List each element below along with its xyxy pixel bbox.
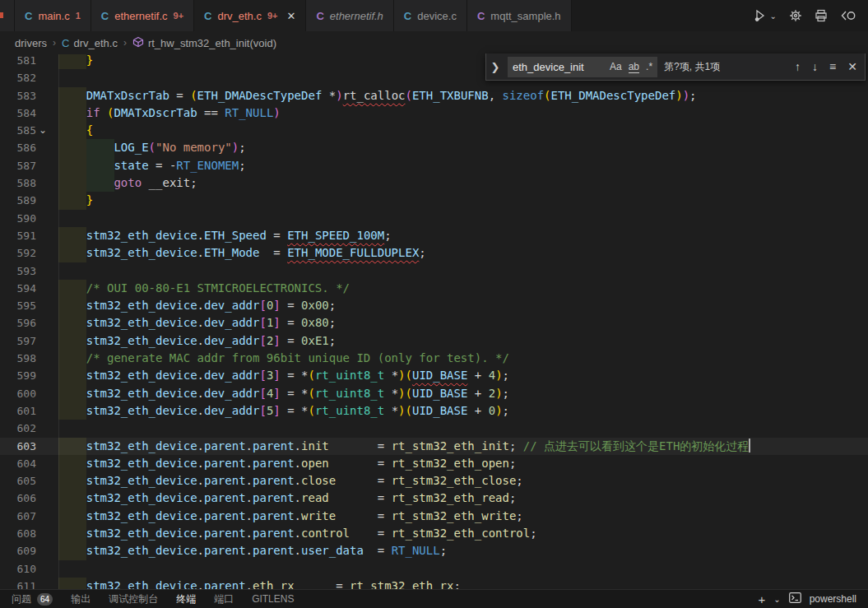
run-or-debug-button[interactable]: ⌄ [754, 9, 777, 22]
whole-word-icon[interactable]: ab [629, 61, 639, 73]
line-number[interactable]: 588 [0, 174, 36, 192]
code-line-610[interactable]: 610 [0, 560, 868, 578]
line-number[interactable]: 587 [0, 157, 36, 174]
line-number[interactable]: 603 [0, 438, 36, 455]
line-number[interactable]: 582 [0, 69, 36, 86]
line-number[interactable]: 608 [0, 525, 36, 542]
line-number[interactable]: 585 [0, 122, 36, 139]
code-line-608[interactable]: 608 stm32_eth_device.parent.parent.contr… [0, 525, 868, 542]
code-line-597[interactable]: 597 stm32_eth_device.dev_addr[2] = 0xE1; [0, 332, 868, 350]
code-token: ) [398, 387, 405, 400]
line-number[interactable]: 597 [0, 332, 36, 350]
line-number[interactable]: 590 [0, 210, 36, 227]
code-line-609[interactable]: 609 stm32_eth_device.parent.parent.user_… [0, 542, 868, 559]
line-number[interactable]: 598 [0, 350, 36, 367]
code-line-606[interactable]: 606 stm32_eth_device.parent.parent.read … [0, 490, 868, 507]
line-number[interactable]: 584 [0, 104, 36, 122]
panel-tab-端口[interactable]: 端口 [214, 592, 234, 606]
code-token: = * [281, 369, 309, 382]
terminal-dropdown-icon[interactable]: ⌄ [773, 595, 780, 604]
line-number[interactable]: 611 [0, 578, 36, 589]
fold-chevron-icon[interactable]: ⌄ [39, 122, 47, 139]
code-line-585[interactable]: 585⌄ { [0, 122, 868, 139]
code-line-607[interactable]: 607 stm32_eth_device.parent.parent.write… [0, 508, 868, 525]
find-in-selection-icon[interactable]: ≡ [827, 60, 838, 73]
code-line-591[interactable]: 591 stm32_eth_device.ETH_Speed = ETH_SPE… [0, 227, 868, 244]
line-number[interactable]: 581 [0, 54, 36, 69]
code-token: } [86, 193, 93, 207]
line-number[interactable]: 600 [0, 385, 36, 402]
code-line-600[interactable]: 600 stm32_eth_device.dev_addr[4] = *(rt_… [0, 385, 868, 402]
line-number[interactable]: 601 [0, 402, 36, 420]
breadcrumb-symbol[interactable]: rt_hw_stm32_eth_init(void) [132, 36, 276, 50]
line-number[interactable]: 599 [0, 367, 36, 384]
partial-tab-sliver[interactable] [0, 0, 15, 31]
line-number[interactable]: 596 [0, 314, 36, 332]
line-number[interactable]: 593 [0, 262, 36, 280]
code-line-605[interactable]: 605 stm32_eth_device.parent.parent.close… [0, 472, 868, 490]
panel-tab-输出[interactable]: 输出 [71, 592, 91, 606]
tab-drv_eth.c[interactable]: Cdrv_eth.c9+✕ [194, 0, 306, 31]
panel-tab-问题[interactable]: 问题64 [12, 592, 53, 606]
line-number[interactable]: 609 [0, 542, 36, 559]
code-line-598[interactable]: 598 /* generate MAC addr from 96bit uniq… [0, 350, 868, 367]
tab-mqtt_sample.h[interactable]: Cmqtt_sample.h [467, 0, 572, 31]
breadcrumb-file[interactable]: C drv_eth.c [62, 37, 118, 49]
panel-tab-调试控制台[interactable]: 调试控制台 [109, 592, 158, 606]
code-token: ) [495, 387, 502, 400]
panel-tab-GITLENS[interactable]: GITLENS [252, 593, 294, 605]
line-number[interactable]: 594 [0, 280, 36, 297]
code-line-611[interactable]: 611 stm32_eth_device.parent.eth_rx = rt_… [0, 578, 868, 589]
line-number[interactable]: 607 [0, 508, 36, 525]
line-number[interactable]: 586 [0, 139, 36, 156]
line-number[interactable]: 595 [0, 297, 36, 314]
regex-icon[interactable]: .* [646, 61, 652, 72]
code-line-589[interactable]: 589 } [0, 192, 868, 209]
tab-device.c[interactable]: Cdevice.c [394, 0, 467, 31]
breadcrumb-folder[interactable]: drivers [15, 37, 47, 49]
settings-gear-icon[interactable] [789, 9, 802, 22]
terminal-shell-label[interactable]: powershell [810, 593, 856, 605]
open-changes-icon[interactable] [840, 9, 856, 22]
line-number[interactable]: 605 [0, 472, 36, 490]
tab-main.c[interactable]: Cmain.c1 [15, 0, 91, 31]
code-line-588[interactable]: 588 goto __exit; [0, 174, 868, 192]
close-icon[interactable]: ✕ [287, 10, 296, 22]
line-number[interactable]: 589 [0, 192, 36, 209]
code-line-604[interactable]: 604 stm32_eth_device.parent.parent.open … [0, 455, 868, 472]
new-terminal-icon[interactable]: + [758, 592, 765, 606]
code-line-583[interactable]: 583 DMATxDscrTab = (ETH_DMADescTypeDef *… [0, 87, 868, 104]
match-case-icon[interactable]: Aa [610, 61, 622, 72]
code-line-587[interactable]: 587 state = -RT_ENOMEM; [0, 157, 868, 174]
find-input[interactable] [513, 61, 603, 73]
code-line-586[interactable]: 586 LOG_E("No memory"); [0, 139, 868, 156]
close-icon[interactable]: ✕ [845, 60, 860, 73]
line-number[interactable]: 604 [0, 455, 36, 472]
code-token: rt_calloc [343, 89, 406, 102]
code-line-592[interactable]: 592 stm32_eth_device.ETH_Mode = ETH_MODE… [0, 244, 868, 262]
line-number[interactable]: 583 [0, 87, 36, 104]
code-line-603[interactable]: 603 stm32_eth_device.parent.parent.init … [0, 438, 868, 455]
next-match-icon[interactable]: ↓ [810, 60, 820, 73]
line-number[interactable]: 602 [0, 420, 36, 437]
line-number[interactable]: 591 [0, 227, 36, 244]
toggle-replace-chevron-icon[interactable]: ❯ [490, 61, 501, 73]
code-line-584[interactable]: 584 if (DMATxDscrTab == RT_NULL) [0, 104, 868, 122]
tab-ethernetif.h[interactable]: Cethernetif.h [306, 0, 393, 31]
code-line-594[interactable]: 594 /* OUI 00-80-E1 STMICROELECTRONICS. … [0, 280, 868, 297]
print-icon[interactable] [815, 9, 828, 22]
line-number[interactable]: 606 [0, 490, 36, 507]
code-editor[interactable]: 581 }582583 DMATxDscrTab = (ETH_DMADescT… [0, 54, 868, 589]
code-line-601[interactable]: 601 stm32_eth_device.dev_addr[5] = *(rt_… [0, 402, 868, 420]
line-number[interactable]: 592 [0, 244, 36, 262]
code-line-595[interactable]: 595 stm32_eth_device.dev_addr[0] = 0x00; [0, 297, 868, 314]
code-line-596[interactable]: 596 stm32_eth_device.dev_addr[1] = 0x80; [0, 314, 868, 332]
code-line-602[interactable]: 602 [0, 420, 868, 437]
code-line-590[interactable]: 590 [0, 210, 868, 227]
panel-tab-终端[interactable]: 终端 [176, 592, 196, 606]
code-line-593[interactable]: 593 [0, 262, 868, 280]
line-number[interactable]: 610 [0, 560, 36, 578]
tab-ethernetif.c[interactable]: Cethernetif.c9+ [91, 0, 194, 31]
code-line-599[interactable]: 599 stm32_eth_device.dev_addr[3] = *(rt_… [0, 367, 868, 384]
previous-match-icon[interactable]: ↑ [792, 60, 803, 73]
